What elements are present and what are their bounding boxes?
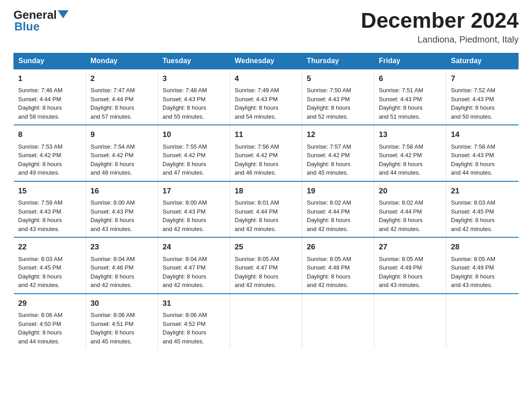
day-number: 9: [90, 129, 153, 141]
col-saturday: Saturday: [446, 53, 519, 69]
calendar-day-cell: 27 Sunrise: 8:05 AMSunset: 4:49 PMDaylig…: [374, 237, 446, 294]
day-info: Sunrise: 7:56 AMSunset: 4:42 PMDaylight:…: [235, 143, 279, 176]
day-number: 29: [18, 298, 82, 309]
calendar-day-cell: 16 Sunrise: 8:00 AMSunset: 4:43 PMDaylig…: [86, 181, 158, 238]
calendar-day-cell: 31 Sunrise: 8:06 AMSunset: 4:52 PMDaylig…: [158, 294, 230, 350]
col-tuesday: Tuesday: [158, 53, 230, 69]
calendar-day-cell: 15 Sunrise: 7:59 AMSunset: 4:43 PMDaylig…: [14, 181, 86, 238]
calendar-day-cell: 28 Sunrise: 8:05 AMSunset: 4:49 PMDaylig…: [446, 237, 519, 294]
day-info: Sunrise: 7:49 AMSunset: 4:43 PMDaylight:…: [235, 87, 279, 120]
calendar-day-cell: 7 Sunrise: 7:52 AMSunset: 4:43 PMDayligh…: [446, 69, 519, 125]
day-info: Sunrise: 8:01 AMSunset: 4:44 PMDaylight:…: [235, 199, 279, 232]
day-number: 25: [235, 241, 297, 253]
calendar-day-cell: 6 Sunrise: 7:51 AMSunset: 4:43 PMDayligh…: [374, 69, 446, 125]
day-number: 16: [90, 185, 153, 197]
calendar-week-row: 29 Sunrise: 8:06 AMSunset: 4:50 PMDaylig…: [14, 294, 519, 350]
calendar-day-cell: [446, 294, 519, 350]
day-number: 23: [90, 241, 153, 253]
calendar-day-cell: 24 Sunrise: 8:04 AMSunset: 4:47 PMDaylig…: [158, 237, 230, 294]
day-number: 15: [18, 185, 82, 197]
day-number: 2: [90, 73, 153, 85]
calendar-day-cell: 2 Sunrise: 7:47 AMSunset: 4:44 PMDayligh…: [86, 69, 158, 125]
calendar-day-cell: 3 Sunrise: 7:48 AMSunset: 4:43 PMDayligh…: [158, 69, 230, 125]
day-number: 14: [451, 129, 514, 141]
day-info: Sunrise: 8:05 AMSunset: 4:49 PMDaylight:…: [379, 256, 423, 289]
col-wednesday: Wednesday: [230, 53, 302, 69]
day-info: Sunrise: 8:06 AMSunset: 4:50 PMDaylight:…: [18, 312, 63, 345]
calendar-week-row: 1 Sunrise: 7:46 AMSunset: 4:44 PMDayligh…: [14, 69, 519, 125]
calendar-day-cell: 20 Sunrise: 8:02 AMSunset: 4:44 PMDaylig…: [374, 181, 446, 238]
calendar-week-row: 8 Sunrise: 7:53 AMSunset: 4:42 PMDayligh…: [14, 125, 519, 181]
day-number: 31: [163, 298, 225, 309]
calendar-week-row: 15 Sunrise: 7:59 AMSunset: 4:43 PMDaylig…: [14, 181, 519, 238]
day-number: 13: [379, 129, 442, 141]
calendar-day-cell: 26 Sunrise: 8:05 AMSunset: 4:48 PMDaylig…: [302, 237, 374, 294]
calendar-day-cell: 17 Sunrise: 8:00 AMSunset: 4:43 PMDaylig…: [158, 181, 230, 238]
calendar-day-cell: 19 Sunrise: 8:02 AMSunset: 4:44 PMDaylig…: [302, 181, 374, 238]
calendar-day-cell: 1 Sunrise: 7:46 AMSunset: 4:44 PMDayligh…: [14, 69, 86, 125]
calendar-day-cell: 23 Sunrise: 8:04 AMSunset: 4:46 PMDaylig…: [86, 237, 158, 294]
calendar-day-cell: 29 Sunrise: 8:06 AMSunset: 4:50 PMDaylig…: [14, 294, 86, 350]
calendar-day-cell: 25 Sunrise: 8:05 AMSunset: 4:47 PMDaylig…: [230, 237, 302, 294]
title-block: December 2024 Landiona, Piedmont, Italy: [361, 9, 519, 45]
calendar-day-cell: 10 Sunrise: 7:55 AMSunset: 4:42 PMDaylig…: [158, 125, 230, 181]
calendar-day-cell: 11 Sunrise: 7:56 AMSunset: 4:42 PMDaylig…: [230, 125, 302, 181]
day-number: 5: [307, 73, 369, 85]
day-number: 19: [307, 185, 369, 197]
day-info: Sunrise: 8:05 AMSunset: 4:48 PMDaylight:…: [307, 256, 351, 289]
location-subtitle: Landiona, Piedmont, Italy: [361, 34, 519, 45]
day-number: 20: [379, 185, 442, 197]
day-number: 11: [235, 129, 297, 141]
day-number: 10: [163, 129, 225, 141]
logo: General Blue: [13, 9, 69, 32]
calendar-day-cell: 22 Sunrise: 8:03 AMSunset: 4:45 PMDaylig…: [14, 237, 86, 294]
calendar-table: Sunday Monday Tuesday Wednesday Thursday…: [13, 53, 519, 350]
day-info: Sunrise: 8:02 AMSunset: 4:44 PMDaylight:…: [307, 199, 351, 232]
month-title: December 2024: [361, 9, 519, 33]
day-number: 7: [451, 73, 514, 85]
calendar-week-row: 22 Sunrise: 8:03 AMSunset: 4:45 PMDaylig…: [14, 237, 519, 294]
day-info: Sunrise: 7:54 AMSunset: 4:42 PMDaylight:…: [90, 143, 135, 176]
logo-general-text: General: [13, 9, 57, 21]
calendar-day-cell: 5 Sunrise: 7:50 AMSunset: 4:43 PMDayligh…: [302, 69, 374, 125]
day-info: Sunrise: 7:47 AMSunset: 4:44 PMDaylight:…: [90, 87, 135, 120]
day-number: 12: [307, 129, 369, 141]
calendar-day-cell: 4 Sunrise: 7:49 AMSunset: 4:43 PMDayligh…: [230, 69, 302, 125]
day-number: 27: [379, 241, 442, 253]
calendar-day-cell: 21 Sunrise: 8:03 AMSunset: 4:45 PMDaylig…: [446, 181, 519, 238]
day-number: 4: [235, 73, 297, 85]
day-info: Sunrise: 7:50 AMSunset: 4:43 PMDaylight:…: [307, 87, 351, 120]
col-thursday: Thursday: [302, 53, 374, 69]
calendar-day-cell: 8 Sunrise: 7:53 AMSunset: 4:42 PMDayligh…: [14, 125, 86, 181]
day-number: 30: [90, 298, 153, 309]
calendar-day-cell: 18 Sunrise: 8:01 AMSunset: 4:44 PMDaylig…: [230, 181, 302, 238]
calendar-day-cell: [374, 294, 446, 350]
day-info: Sunrise: 8:04 AMSunset: 4:47 PMDaylight:…: [163, 256, 207, 289]
day-info: Sunrise: 7:52 AMSunset: 4:43 PMDaylight:…: [451, 87, 495, 120]
logo-blue-text: Blue: [14, 21, 39, 32]
page-header: General Blue December 2024 Landiona, Pie…: [13, 9, 519, 45]
calendar-day-cell: 30 Sunrise: 8:06 AMSunset: 4:51 PMDaylig…: [86, 294, 158, 350]
day-info: Sunrise: 7:46 AMSunset: 4:44 PMDaylight:…: [18, 87, 63, 120]
day-info: Sunrise: 7:58 AMSunset: 4:42 PMDaylight:…: [379, 143, 423, 176]
day-info: Sunrise: 8:06 AMSunset: 4:51 PMDaylight:…: [90, 312, 135, 345]
day-number: 22: [18, 241, 82, 253]
day-number: 17: [163, 185, 225, 197]
day-info: Sunrise: 8:00 AMSunset: 4:43 PMDaylight:…: [163, 199, 207, 232]
day-number: 3: [163, 73, 225, 85]
logo-arrow-icon: [58, 10, 69, 18]
day-number: 24: [163, 241, 225, 253]
day-number: 26: [307, 241, 369, 253]
col-sunday: Sunday: [14, 53, 86, 69]
calendar-day-cell: 13 Sunrise: 7:58 AMSunset: 4:42 PMDaylig…: [374, 125, 446, 181]
calendar-day-cell: [230, 294, 302, 350]
day-info: Sunrise: 8:06 AMSunset: 4:52 PMDaylight:…: [163, 312, 207, 345]
day-info: Sunrise: 7:55 AMSunset: 4:42 PMDaylight:…: [163, 143, 207, 176]
day-info: Sunrise: 7:58 AMSunset: 4:43 PMDaylight:…: [451, 143, 495, 176]
day-number: 1: [18, 73, 82, 85]
day-number: 18: [235, 185, 297, 197]
day-info: Sunrise: 7:59 AMSunset: 4:43 PMDaylight:…: [18, 199, 63, 232]
day-number: 28: [451, 241, 514, 253]
day-info: Sunrise: 8:02 AMSunset: 4:44 PMDaylight:…: [379, 199, 423, 232]
day-number: 6: [379, 73, 442, 85]
